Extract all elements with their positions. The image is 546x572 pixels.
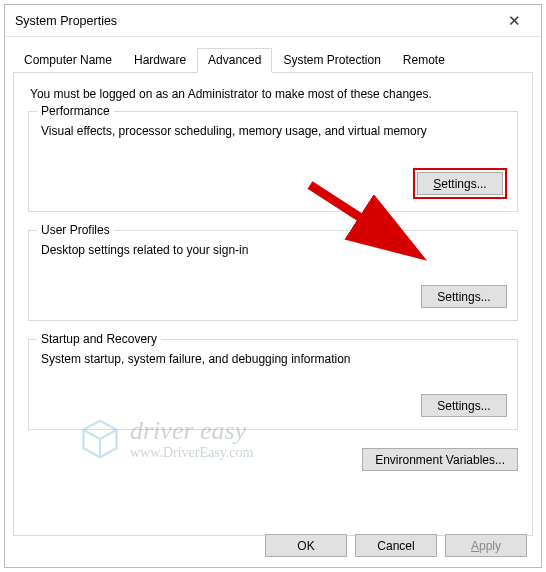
perf-btn-rest: ettings... [441,177,486,191]
apply-underline: A [471,539,479,553]
tab-system-protection[interactable]: System Protection [272,48,391,73]
tab-hardware[interactable]: Hardware [123,48,197,73]
tab-advanced[interactable]: Advanced [197,48,272,73]
apply-rest: pply [479,539,501,553]
annotation-highlight: Settings... [413,168,507,199]
ok-button[interactable]: OK [265,534,347,557]
user-profiles-settings-button[interactable]: Settings... [421,285,507,308]
group-user-profiles: User Profiles Desktop settings related t… [28,230,518,321]
group-performance: Performance Visual effects, processor sc… [28,111,518,212]
cancel-button[interactable]: Cancel [355,534,437,557]
environment-variables-button[interactable]: Environment Variables... [362,448,518,471]
group-user-profiles-legend: User Profiles [37,223,114,237]
close-button[interactable]: ✕ [493,8,535,34]
tab-computer-name[interactable]: Computer Name [13,48,123,73]
group-user-profiles-desc: Desktop settings related to your sign-in [41,243,507,257]
group-performance-desc: Visual effects, processor scheduling, me… [41,124,507,138]
startup-settings-button[interactable]: Settings... [421,394,507,417]
tab-remote[interactable]: Remote [392,48,456,73]
group-startup-recovery: Startup and Recovery System startup, sys… [28,339,518,430]
admin-intro-text: You must be logged on as an Administrato… [30,87,518,101]
close-icon: ✕ [508,12,521,30]
tab-panel-advanced: You must be logged on as an Administrato… [13,72,533,536]
group-startup-desc: System startup, system failure, and debu… [41,352,507,366]
group-startup-legend: Startup and Recovery [37,332,161,346]
window-title: System Properties [15,14,117,28]
group-performance-legend: Performance [37,104,114,118]
system-properties-window: System Properties ✕ Computer Name Hardwa… [4,4,542,568]
tab-strip: Computer Name Hardware Advanced System P… [13,47,533,72]
apply-button[interactable]: Apply [445,534,527,557]
titlebar: System Properties ✕ [5,5,541,37]
dialog-button-row: OK Cancel Apply [265,534,527,557]
performance-settings-button[interactable]: Settings... [417,172,503,195]
